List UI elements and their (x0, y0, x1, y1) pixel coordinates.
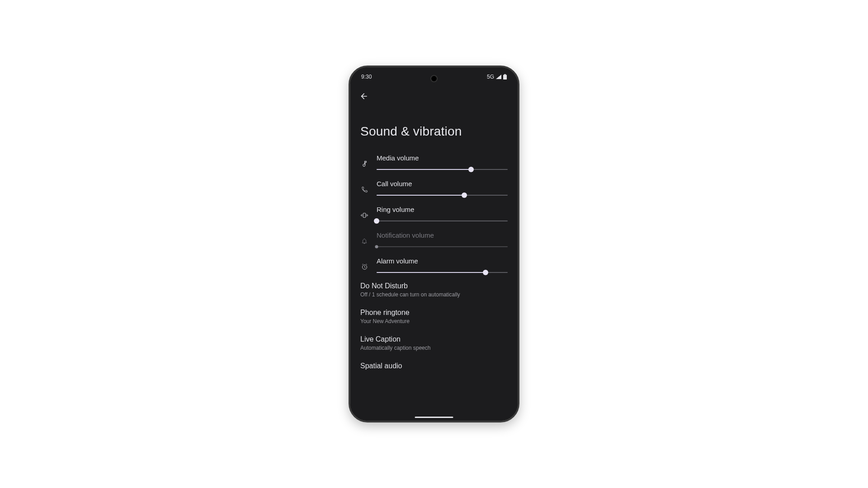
list-item-subtitle: Automatically caption speech (360, 345, 508, 351)
phone-icon (360, 180, 368, 193)
live-caption-item[interactable]: Live Caption Automatically caption speec… (350, 330, 518, 357)
ring-volume-row: Ring volume (350, 199, 518, 225)
signal-icon (496, 75, 501, 79)
svg-rect-2 (363, 213, 365, 217)
vibrate-icon (360, 206, 368, 219)
media-volume-row: Media volume (350, 148, 518, 174)
camera-cutout (430, 75, 438, 82)
phone-ringtone-item[interactable]: Phone ringtone Your New Adventure (350, 303, 518, 330)
spatial-audio-item[interactable]: Spatial audio (350, 357, 518, 372)
status-time: 9:30 (361, 74, 372, 80)
list-item-title: Spatial audio (360, 362, 508, 370)
call-volume-slider[interactable] (377, 195, 508, 196)
alarm-volume-slider[interactable] (377, 272, 508, 273)
svg-rect-0 (504, 74, 506, 75)
svg-rect-1 (503, 75, 507, 80)
list-item-title: Do Not Disturb (360, 282, 508, 290)
list-item-title: Phone ringtone (360, 309, 508, 317)
screen: 9:30 5G Sound & vibration M (350, 67, 518, 421)
slider-label: Call volume (377, 180, 508, 188)
status-network: 5G (487, 74, 494, 80)
alarm-icon (360, 257, 368, 270)
nav-handle[interactable] (415, 417, 453, 418)
slider-label: Ring volume (377, 206, 508, 213)
slider-label: Media volume (377, 154, 508, 162)
media-volume-slider[interactable] (377, 169, 508, 170)
ring-volume-slider[interactable] (377, 221, 508, 221)
back-button[interactable] (359, 91, 369, 102)
page-title: Sound & vibration (350, 102, 518, 148)
call-volume-row: Call volume (350, 174, 518, 199)
notification-volume-row: Notification volume (350, 225, 518, 251)
music-note-icon (360, 154, 368, 167)
bell-icon (360, 231, 368, 244)
slider-label: Notification volume (377, 231, 508, 239)
do-not-disturb-item[interactable]: Do Not Disturb Off / 1 schedule can turn… (350, 277, 518, 303)
arrow-left-icon (359, 92, 368, 101)
battery-icon (503, 74, 507, 80)
list-item-subtitle: Your New Adventure (360, 318, 508, 324)
phone-frame: 9:30 5G Sound & vibration M (349, 66, 519, 422)
slider-label: Alarm volume (377, 257, 508, 265)
alarm-volume-row: Alarm volume (350, 251, 518, 277)
notification-volume-slider (377, 246, 508, 247)
list-item-title: Live Caption (360, 335, 508, 343)
list-item-subtitle: Off / 1 schedule can turn on automatical… (360, 291, 508, 298)
